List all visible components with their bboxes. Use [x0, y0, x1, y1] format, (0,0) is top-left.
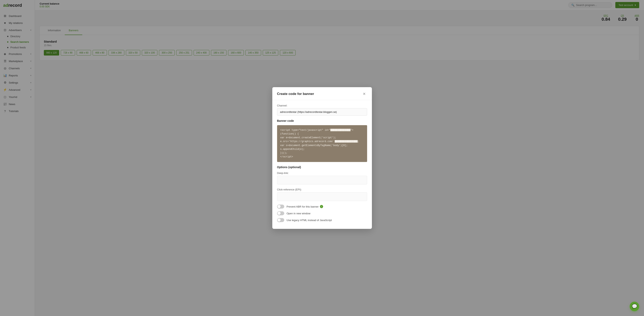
deep-link-label: Deep-link: — [277, 172, 367, 175]
modal-close-button[interactable]: ✕ — [362, 91, 367, 97]
channel-group: Channel: — [277, 104, 367, 116]
banner-code-label: Banner code — [277, 119, 367, 122]
open-new-window-toggle[interactable] — [277, 211, 284, 215]
channel-input[interactable] — [277, 108, 367, 116]
modal-overlay[interactable]: Create code for banner ✕ Channel: Banner… — [0, 0, 644, 316]
options-section: Options (optional) Deep-link: Click-refe… — [277, 166, 367, 222]
banner-code-block: <script type="text/javascript" id="█████… — [277, 125, 367, 162]
modal-title: Create code for banner — [277, 92, 314, 96]
open-new-window-label: Open in new window — [287, 212, 310, 215]
banner-code-group: Banner code <script type="text/javascrip… — [277, 119, 367, 162]
use-legacy-html-toggle[interactable] — [277, 218, 284, 222]
open-new-window-row: Open in new window — [277, 211, 367, 215]
deep-link-input[interactable] — [277, 176, 367, 184]
modal-body: Channel: Banner code <script type="text/… — [272, 100, 372, 229]
deep-link-group: Deep-link: — [277, 172, 367, 184]
use-legacy-html-row: Use legacy HTML instead of JavaScript — [277, 218, 367, 222]
prevent-abr-row: Prevent ABR for this banner i — [277, 205, 367, 209]
use-legacy-html-label: Use legacy HTML instead of JavaScript — [287, 219, 332, 222]
prevent-abr-toggle[interactable] — [277, 205, 284, 209]
click-ref-label: Click-reference (EPI): — [277, 188, 367, 191]
info-icon[interactable]: i — [320, 205, 323, 208]
channel-label: Channel: — [277, 104, 367, 107]
prevent-abr-label: Prevent ABR for this banner i — [287, 205, 323, 208]
options-title: Options (optional) — [277, 166, 367, 169]
chat-button[interactable]: 💬 — [630, 302, 639, 311]
click-ref-input[interactable] — [277, 192, 367, 201]
modal-header: Create code for banner ✕ — [272, 87, 372, 100]
create-banner-modal: Create code for banner ✕ Channel: Banner… — [272, 87, 372, 229]
click-ref-group: Click-reference (EPI): — [277, 188, 367, 201]
chat-icon: 💬 — [632, 304, 637, 309]
